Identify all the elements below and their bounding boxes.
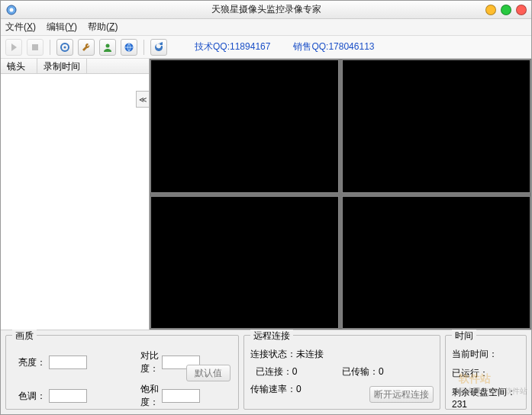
time-panel: 时间 当前时间： 已运行： 剩余硬盘空间： 231 bbox=[445, 335, 527, 410]
svg-point-4 bbox=[64, 46, 66, 48]
video-cell[interactable] bbox=[342, 196, 530, 330]
close-button[interactable] bbox=[516, 5, 527, 15]
sales-qq: 销售QQ:178046113 bbox=[293, 40, 374, 53]
remote-legend: 远程连接 bbox=[250, 330, 293, 343]
disconnect-button[interactable]: 断开远程连接 bbox=[369, 386, 434, 403]
default-values-button[interactable]: 默认值 bbox=[186, 365, 231, 381]
minimize-button[interactable] bbox=[485, 5, 496, 15]
svg-rect-2 bbox=[32, 44, 38, 50]
title-bar: 天狼星摄像头监控录像专家 bbox=[1, 1, 531, 19]
quality-panel: 画质 亮度： 对比度： 色调： 饱和度： 默认值 bbox=[5, 335, 239, 410]
stop-button[interactable] bbox=[27, 39, 44, 56]
conn-status-value: 未连接 bbox=[296, 348, 324, 361]
speed-label: 传输速率： bbox=[250, 384, 296, 394]
saturation-label: 饱和度： bbox=[125, 383, 159, 409]
disk-label: 剩余硬盘空间： bbox=[452, 387, 516, 397]
video-cell[interactable] bbox=[150, 196, 339, 330]
saturation-input[interactable] bbox=[162, 389, 200, 403]
video-grid bbox=[150, 59, 531, 330]
settings-button[interactable] bbox=[56, 39, 73, 56]
chevron-left-icon: ≪ bbox=[139, 95, 147, 104]
connected-label: 已连接： bbox=[256, 366, 292, 377]
svg-point-5 bbox=[106, 43, 110, 47]
svg-point-1 bbox=[10, 8, 14, 11]
maximize-button[interactable] bbox=[501, 5, 511, 15]
brightness-input[interactable] bbox=[49, 355, 87, 369]
remote-panel: 远程连接 连接状态：未连接 已连接：0 已传输：0 传输速率：0 断开远程连接 bbox=[243, 335, 440, 410]
hue-label: 色调： bbox=[12, 390, 46, 403]
col-rectime[interactable]: 录制时间 bbox=[37, 59, 87, 73]
window-controls bbox=[485, 5, 527, 15]
menu-edit[interactable]: 编辑(Y) bbox=[47, 21, 77, 34]
window-title: 天狼星摄像头监控录像专家 bbox=[211, 3, 321, 16]
speed-value: 0 bbox=[296, 384, 301, 394]
video-cell[interactable] bbox=[150, 60, 339, 193]
tech-qq: 技术QQ:11894167 bbox=[195, 40, 270, 53]
disk-value: 231 bbox=[452, 399, 467, 410]
connected-value: 0 bbox=[292, 366, 298, 377]
video-cell[interactable] bbox=[342, 60, 530, 193]
now-label: 当前时间： bbox=[452, 349, 498, 359]
menu-help[interactable]: 帮助(Z) bbox=[88, 21, 118, 34]
main-area: 镜头 录制时间 ≪ bbox=[1, 59, 531, 330]
time-legend: 时间 bbox=[452, 330, 476, 343]
menu-file[interactable]: 文件(X) bbox=[5, 21, 36, 34]
globe-button[interactable] bbox=[121, 39, 137, 56]
toolbar: 技术QQ:11894167 销售QQ:178046113 bbox=[1, 36, 531, 59]
toolbar-separator bbox=[143, 40, 144, 55]
list-header: 镜头 录制时间 bbox=[1, 59, 149, 74]
brightness-label: 亮度： bbox=[12, 356, 46, 369]
play-button[interactable] bbox=[5, 39, 22, 56]
conn-status-label: 连接状态： bbox=[250, 348, 296, 361]
refresh-button[interactable] bbox=[150, 39, 167, 56]
collapse-sidebar-button[interactable]: ≪ bbox=[136, 91, 150, 108]
transferred-value: 0 bbox=[379, 366, 384, 377]
menu-bar: 文件(X) 编辑(Y) 帮助(Z) bbox=[1, 19, 531, 36]
toolbar-separator bbox=[50, 40, 50, 55]
app-window: 天狼星摄像头监控录像专家 文件(X) 编辑(Y) 帮助(Z) 技术QQ:1189… bbox=[0, 0, 532, 415]
uptime-label: 已运行： bbox=[452, 368, 488, 378]
contrast-label: 对比度： bbox=[125, 349, 159, 375]
quality-legend: 画质 bbox=[12, 330, 37, 343]
transferred-label: 已传输： bbox=[342, 366, 379, 377]
hue-input[interactable] bbox=[49, 389, 87, 403]
app-icon bbox=[5, 4, 18, 16]
col-lens[interactable]: 镜头 bbox=[1, 59, 37, 73]
bottom-panels: 画质 亮度： 对比度： 色调： 饱和度： 默认值 远程连接 连接状态：未连接 已… bbox=[1, 330, 531, 414]
camera-list-panel: 镜头 录制时间 ≪ bbox=[1, 59, 150, 330]
tool-button[interactable] bbox=[78, 39, 95, 56]
user-button[interactable] bbox=[99, 39, 116, 56]
